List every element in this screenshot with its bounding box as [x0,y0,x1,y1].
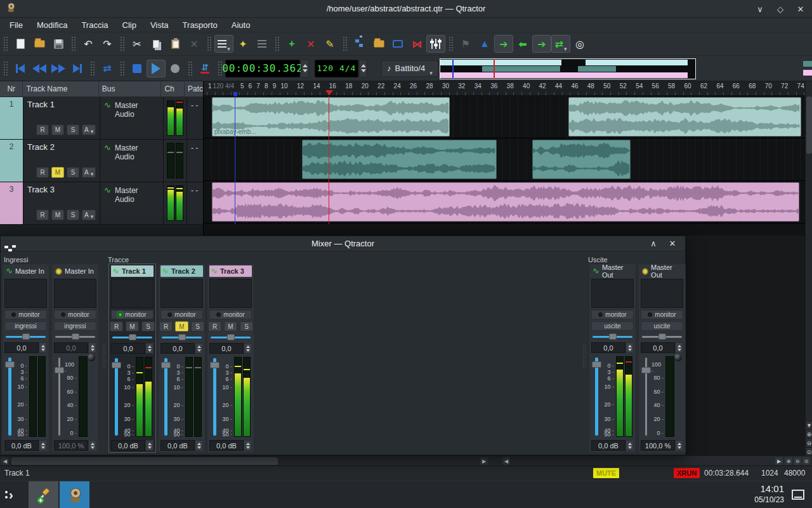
main-titlebar[interactable]: /home/user/abstract/abstract.qtr — Qtrac… [0,0,812,18]
monitor-button[interactable]: monitor [4,310,47,319]
pan-slider[interactable] [593,333,632,340]
toolbar-grip[interactable] [3,36,8,51]
arrangement-view[interactable]: 1120 4/456789101214161820222426283032343… [204,81,805,236]
record-button[interactable] [166,60,185,77]
volume-fader[interactable] [4,356,15,437]
bus-button[interactable]: ingressi [4,321,47,331]
track-row-3[interactable]: 3 Track 3 R M S A▾ ∿MasterAudio - - [0,182,203,225]
strip-header[interactable]: ∿ Track 3 [209,265,252,277]
strip-header[interactable]: ∿ Track 1 [111,265,154,277]
plugin-list[interactable] [209,279,252,308]
pan-spinbox[interactable]: 0,0 [54,342,96,353]
pan-spinbox[interactable]: 0,0 [4,342,47,353]
record-arm-button[interactable]: R [110,321,123,331]
menu-traccia[interactable]: Traccia [75,19,114,31]
zoom-out-icon[interactable]: ⊖ [794,457,801,465]
time-display[interactable]: 00:00:30.362 [225,60,300,77]
volume-fader[interactable] [591,356,602,437]
redo-button[interactable]: ↷ [98,35,117,53]
pan-slider[interactable] [55,333,95,340]
gain-spinbox[interactable]: 0,0 dB [591,440,634,451]
automation-button[interactable]: A▾ [82,167,96,178]
paste-button[interactable] [166,35,185,53]
scroll-right-icon[interactable]: ▶ [775,457,783,465]
monitor-button[interactable]: monitor [591,310,634,319]
pan-spinbox[interactable]: 0,0 [111,343,154,354]
skip-end-button[interactable] [68,60,87,77]
record-arm-button[interactable]: R [208,321,221,331]
volume-fader[interactable] [111,357,122,437]
new-clip-button[interactable]: ✦ [233,35,252,53]
monitor-button[interactable]: monitor [209,310,252,319]
plugin-list[interactable] [4,279,47,308]
menu-modifica[interactable]: Modifica [31,19,73,31]
zoom-in-icon[interactable]: ⊕ [785,457,792,465]
shade-icon[interactable]: ∧ [648,239,658,248]
pan-slider[interactable] [211,333,251,341]
gain-spinbox[interactable]: 0,0 dB [4,440,47,451]
record-arm-button[interactable]: R [36,167,49,178]
close-icon[interactable]: ✕ [796,4,806,14]
zoom-reset-icon[interactable]: ⊙ [802,457,810,465]
plugin-list[interactable] [111,279,154,308]
strip-header[interactable]: Master Out [641,265,683,277]
skip-start-button[interactable] [11,60,30,77]
pan-slider[interactable] [162,333,202,341]
stop-button[interactable] [128,60,147,77]
volume-fader[interactable] [160,357,171,437]
toolbar-grip[interactable] [3,61,8,76]
maximize-icon[interactable]: ◇ [775,4,785,14]
mute-button[interactable]: M [51,167,64,178]
bus-button[interactable]: uscite [591,321,634,331]
fast-forward-button[interactable] [49,60,68,77]
zoom-in-icon[interactable]: ⊕ [806,429,812,438]
add-track-button[interactable]: + [282,35,301,53]
automation-button[interactable]: A▾ [82,210,96,220]
loop-end-button[interactable]: ➔ [532,35,551,53]
toolbar-grip[interactable] [188,61,192,76]
loop-start-button[interactable]: ⬅ [513,35,532,53]
volume-knob[interactable] [88,354,95,361]
solo-button[interactable]: S [191,321,204,331]
pan-slider[interactable] [642,333,682,340]
punch-toggle-button[interactable]: ⇵ [195,60,214,77]
menu-vista[interactable]: Vista [145,19,174,31]
track-row-2[interactable]: 2 Track 2 R M S A▾ ∿MasterAudio - - [0,140,203,182]
menu-aiuto[interactable]: Aiuto [226,19,256,31]
delete-button[interactable]: ✕ [185,35,204,53]
loop-set-button[interactable]: ⇄▾ [551,35,570,53]
loop-toggle-button[interactable]: ⇄ [98,60,117,77]
record-arm-button[interactable]: R [36,210,49,220]
mute-button[interactable]: M [224,321,237,331]
track-lanes[interactable]: pixabay-emb... [204,96,805,224]
show-desktop-button[interactable] [792,490,804,500]
tempo-display[interactable]: 120 4/4 [315,60,358,77]
punch-in-button[interactable]: ➔ [494,35,513,53]
mixer-titlebar[interactable]: Mixer — Qtractor ∧ ✕ [1,236,685,251]
solo-button[interactable]: S [141,321,155,331]
record-arm-button[interactable]: R [36,124,49,135]
toolbar-grip[interactable] [120,36,124,51]
monitor-button[interactable]: monitor [641,310,683,319]
monitor-button[interactable]: monitor [160,310,203,319]
audio-clip[interactable]: pixabay-emb... [212,97,450,137]
panic-button[interactable]: ◎ [570,35,589,53]
mixer-view-button[interactable] [426,35,445,53]
taskbar-clock[interactable]: 14:01 05/10/23 [754,483,784,505]
scrollbar-thumb[interactable] [11,457,278,465]
save-file-button[interactable] [49,35,68,53]
toolbar-grip[interactable] [218,61,222,76]
solo-button[interactable]: S [67,124,79,135]
gain-spinbox[interactable]: 100,0 % [641,440,683,451]
playhead-marker[interactable] [325,90,333,95]
mute-button[interactable]: M [175,321,188,331]
gain-spinbox[interactable]: 0,0 dB [111,440,154,451]
scroll-right-icon[interactable]: ▶ [480,457,488,465]
open-file-button[interactable] [30,35,49,53]
tempo-spinner[interactable] [359,60,367,77]
bus-button[interactable]: ingressi [54,321,96,331]
rewind-button[interactable] [30,60,49,77]
strip-header[interactable]: Master In [54,265,96,277]
taskbar-item-qtractor[interactable] [60,481,89,508]
app-launcher-button[interactable]: › [5,485,23,504]
